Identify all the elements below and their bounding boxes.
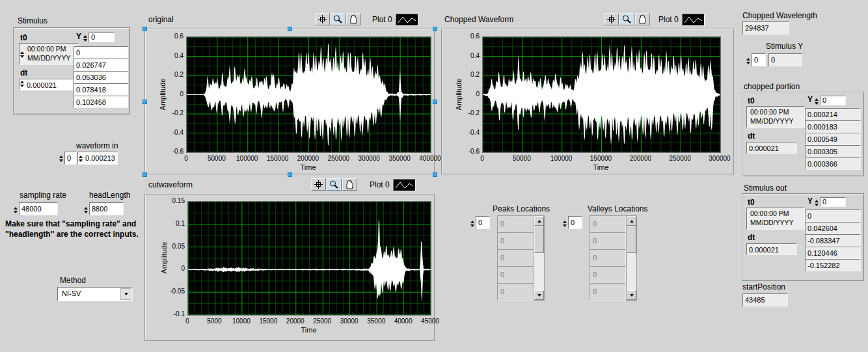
selection-handle[interactable] [433, 100, 437, 104]
x-tick-label: 200000 [619, 155, 661, 162]
y-array-element[interactable]: 0 [74, 46, 128, 59]
stimulus-y-index-spinner[interactable] [746, 56, 751, 66]
y-index-field[interactable]: 0 [88, 33, 115, 42]
graph-title-original: original [148, 15, 174, 24]
selection-handle[interactable] [142, 172, 147, 177]
pan-tool-button[interactable] [346, 13, 361, 25]
sampling-rate-label: sampling rate [20, 191, 66, 200]
scrollbar-thumb[interactable] [534, 226, 544, 253]
plot-legend-cutwaveform[interactable]: Plot 0 [370, 178, 416, 191]
instruction-note-line2: "headlength" are the correct inputs. [5, 229, 139, 239]
peaks-index-spinner[interactable] [470, 219, 475, 229]
y-index-spinner[interactable] [814, 96, 819, 107]
y-tick-label: 0.4 [452, 52, 480, 59]
t0-control[interactable]: 00:00:00 PM MM/DD/YYYY [19, 43, 79, 65]
dt-label: dt [748, 131, 755, 141]
peaks-index-field[interactable]: 0 [476, 216, 490, 229]
y-array-element: 0.000366 [805, 157, 861, 170]
dt-indicator: 0.000021 [746, 243, 797, 255]
stimulus-out-cluster-label: Stimulus out [744, 183, 787, 193]
crosshair-icon [313, 180, 324, 189]
sampling-rate-spinner[interactable] [13, 205, 18, 215]
scrollbar-thumb[interactable] [627, 226, 636, 253]
selection-handle[interactable] [142, 100, 147, 104]
y-array-element[interactable]: 0.102458 [74, 96, 128, 108]
stimulus-y-index-field[interactable]: 0 [752, 53, 766, 66]
plot-line-icon [394, 180, 414, 190]
head-length-label: headLength [89, 191, 130, 200]
sampling-rate-field[interactable]: 48000 [19, 202, 58, 215]
y-index-field[interactable]: 0 [820, 96, 846, 105]
cursor-tool-button[interactable] [315, 13, 330, 25]
start-position-label: startPosition [742, 282, 785, 291]
waveform-in-index[interactable]: 0 [64, 152, 77, 165]
waveform-in-index-spinner[interactable] [59, 154, 64, 164]
pan-tool-button[interactable] [635, 13, 650, 25]
x-axis-label: Time [186, 163, 430, 171]
graph-palette-original [315, 13, 361, 25]
selection-handle[interactable] [288, 172, 292, 177]
y-index-field[interactable]: 0 [820, 197, 846, 207]
y-index-spinner[interactable] [83, 33, 88, 44]
waveform-graph-original[interactable]: Amplitude Time 0.60.40.20-0.2-0.4-0.6050… [144, 29, 435, 174]
valleys-element: 0 [590, 232, 626, 250]
scroll-down-button[interactable] [534, 290, 544, 300]
y-array-element[interactable]: 0.078418 [74, 83, 128, 96]
plot-line-icon [397, 15, 417, 25]
method-dropdown[interactable]: NI-SV [57, 287, 133, 301]
cursor-tool-button[interactable] [311, 178, 326, 191]
plot-line-sample [682, 14, 705, 26]
y-array-element[interactable]: 0.053036 [74, 71, 128, 83]
y-array-element[interactable]: 0.026747 [74, 59, 128, 71]
valleys-index-spinner[interactable] [562, 219, 567, 229]
plot-area[interactable] [186, 36, 431, 153]
plot-area[interactable] [482, 36, 721, 153]
peaks-scrollbar[interactable] [534, 215, 545, 301]
valleys-scrollbar[interactable] [626, 215, 637, 301]
cursor-tool-button[interactable] [604, 13, 619, 25]
t0-spinner[interactable] [20, 49, 25, 61]
zoom-tool-button[interactable] [331, 13, 346, 25]
chopped-wavelength-value: 294837 [742, 21, 789, 34]
hand-icon [637, 14, 648, 24]
head-length-spinner[interactable] [83, 205, 88, 215]
dt-control[interactable]: 0.000021 [19, 79, 74, 90]
dropdown-arrow-button[interactable] [120, 288, 131, 300]
waveform-graph-cutwaveform[interactable]: Amplitude Time 0.150.10.050-0.05-0.10500… [144, 194, 435, 341]
scroll-up-button[interactable] [534, 216, 544, 226]
plot-area[interactable] [187, 201, 431, 316]
scroll-up-button[interactable] [627, 216, 636, 226]
zoom-tool-button[interactable] [327, 178, 342, 191]
plot-line-sample [396, 14, 418, 26]
y-array-label: Y [807, 95, 813, 104]
peaks-element: 0 [497, 283, 534, 301]
scroll-down-button[interactable] [627, 290, 636, 300]
y-tick-label: -0.05 [157, 288, 185, 295]
selection-handle[interactable] [142, 27, 147, 31]
dt-spinner[interactable] [20, 79, 25, 88]
stimulus-y-value: 0 [768, 53, 802, 66]
pan-tool-button[interactable] [342, 178, 357, 191]
y-array-element: 0.120446 [805, 247, 861, 259]
waveform-in-value-spinner[interactable] [78, 154, 83, 164]
selection-handle[interactable] [433, 27, 437, 31]
x-tick-label: 250000 [659, 155, 701, 162]
plot-legend-chopped[interactable]: Plot 0 [658, 13, 705, 26]
valleys-index-field[interactable]: 0 [568, 216, 582, 229]
y-index-spinner[interactable] [814, 198, 819, 208]
waveform-graph-chopped[interactable]: Amplitude Time 0.60.40.20-0.2-0.4-0.6050… [441, 29, 734, 174]
t0-indicator: 00:00:00 PM MM/DD/YYYY [746, 208, 805, 230]
x-axis-label: Time [482, 163, 720, 171]
peaks-element: 0 [497, 249, 534, 267]
selection-handle[interactable] [288, 27, 292, 31]
zoom-tool-button[interactable] [619, 13, 634, 25]
plot-legend-original[interactable]: Plot 0 [372, 13, 418, 26]
t0-label: t0 [748, 198, 755, 207]
y-array-element: 0.042604 [805, 222, 861, 234]
t0-date-value: MM/DD/YYYY [750, 218, 802, 227]
crosshair-icon [317, 14, 328, 24]
dt-label: dt [20, 68, 27, 77]
head-length-field[interactable]: 8800 [89, 202, 124, 215]
waveform-in-value[interactable]: 0.000213 [77, 152, 118, 165]
selection-handle[interactable] [433, 172, 437, 177]
